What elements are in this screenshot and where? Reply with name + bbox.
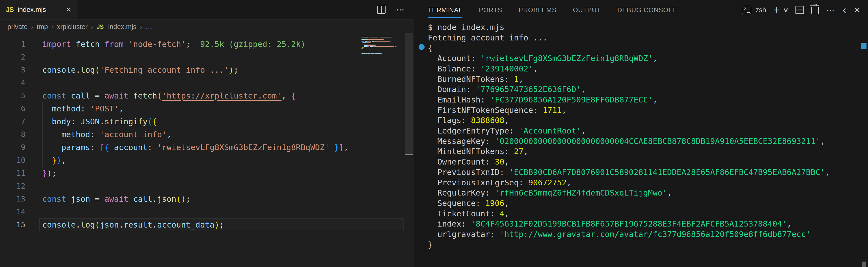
- code-line[interactable]: 5const call = await fetch('https://xrplc…: [0, 89, 404, 102]
- line-number: 4: [0, 76, 25, 89]
- panel-tabs: TERMINALPORTSPROBLEMSOUTPUTDEBUG CONSOLE: [428, 0, 677, 20]
- new-terminal-icon[interactable]: +: [774, 5, 780, 15]
- panel-toolbar: zsh + ∨ ⋯ ‹ ✕: [742, 0, 861, 20]
- code-line[interactable]: 8 method: 'account_info',: [0, 128, 404, 141]
- terminal-line: FirstNFTokenSequence: 1711,: [428, 105, 567, 115]
- terminal-line: EmailHash: 'FC377D96856A120F509E8FF6DB87…: [428, 95, 658, 105]
- code-line[interactable]: 3console.log('Fetching account info ...'…: [0, 64, 404, 76]
- editor-more-actions-icon[interactable]: ⋯: [396, 8, 405, 11]
- panel-more-actions-icon[interactable]: ⋯: [826, 5, 835, 15]
- command-decoration-dot[interactable]: [418, 44, 425, 50]
- shell-name-label[interactable]: zsh: [756, 6, 766, 14]
- tab-close-icon[interactable]: ✕: [66, 6, 71, 14]
- terminal-panel: TERMINALPORTSPROBLEMSOUTPUTDEBUG CONSOLE…: [414, 0, 868, 267]
- code-line[interactable]: 7 body: JSON.stringify({: [0, 115, 404, 128]
- terminal-line: RegularKey: 'rfHn6cB5mmqZ6fHZ4fdemCDSxqL…: [428, 188, 672, 198]
- breadcrumb-separator-icon: ›: [91, 23, 93, 31]
- line-number: 6: [0, 102, 25, 115]
- line-number: 13: [0, 193, 25, 205]
- terminal-line: $ node index.mjs: [428, 22, 504, 33]
- code-line[interactable]: 4: [0, 76, 404, 89]
- code-line[interactable]: 15console.log(json.result.account_data);: [0, 219, 404, 231]
- terminal-scrollbar-command-marker: [861, 43, 867, 49]
- breadcrumb-item[interactable]: xrplcluster: [57, 23, 88, 31]
- editor-scrollbar-thumb[interactable]: [405, 33, 413, 154]
- code-line-text: const json = await call.json();: [42, 193, 190, 205]
- terminal-line: MintedNFTokens: 27,: [428, 146, 528, 157]
- split-editor-icon[interactable]: [377, 6, 385, 14]
- code-line-text: console.log('Fetching account info ...')…: [42, 64, 239, 76]
- terminal-line: Account: 'rwietsevLFg8XSmG3bEZzFein1g8RB…: [428, 53, 658, 64]
- code-editor[interactable]: 1import fetch from 'node-fetch'; 92.5k (…: [0, 34, 414, 267]
- line-number: 10: [0, 154, 25, 167]
- breadcrumb-js-icon: JS: [97, 24, 103, 30]
- minimap-line: [362, 48, 363, 49]
- line-number: 14: [0, 205, 25, 219]
- line-number: 7: [0, 115, 25, 128]
- line-number: 8: [0, 128, 25, 141]
- terminal-line: MessageKey: '020000000000000000000000004…: [428, 136, 825, 146]
- terminal-line: Flags: 8388608,: [428, 115, 509, 126]
- panel-tab-ports[interactable]: PORTS: [479, 0, 502, 20]
- code-line[interactable]: 12: [0, 180, 404, 193]
- code-line-text: console.log(json.result.account_data);: [42, 219, 224, 231]
- minimap-line: [362, 45, 376, 46]
- minimap-line: [362, 42, 371, 43]
- terminal-output[interactable]: $ node index.mjsFetching account info ..…: [414, 20, 868, 267]
- code-line-text: import fetch from 'node-fetch'; 92.5k (g…: [42, 38, 306, 51]
- breadcrumb-item[interactable]: private: [7, 23, 28, 31]
- line-number: 3: [0, 64, 25, 76]
- minimap-line: [362, 39, 384, 40]
- breadcrumb-separator-icon: ›: [31, 23, 33, 31]
- terminal-line: index: '8C4F456312F02D5199BCB1FB8F657BF1…: [428, 219, 792, 229]
- code-line-text: });: [42, 167, 57, 180]
- terminal-scrollbar-thumb[interactable]: [862, 262, 866, 267]
- minimap-line: [362, 41, 391, 42]
- tab-label: index.mjs: [18, 6, 46, 14]
- minimap[interactable]: [362, 37, 404, 59]
- panel-tab-debug-console[interactable]: DEBUG CONSOLE: [617, 0, 677, 20]
- breadcrumb-item[interactable]: index.mjs: [108, 23, 136, 31]
- terminal-line: }: [428, 239, 433, 250]
- panel-chevron-icon[interactable]: ‹: [843, 6, 846, 14]
- breadcrumb[interactable]: private›tmp›xrplcluster›JSindex.mjs›…: [7, 20, 152, 34]
- terminal-line: {: [428, 43, 433, 53]
- panel-header: TERMINALPORTSPROBLEMSOUTPUTDEBUG CONSOLE…: [414, 0, 868, 20]
- terminal-line: LedgerEntryType: 'AccountRoot',: [428, 126, 586, 136]
- kill-terminal-trash-icon[interactable]: [811, 7, 819, 14]
- code-line-text: method: 'account_info',: [42, 128, 172, 141]
- minimap-line: [362, 37, 392, 37]
- code-line[interactable]: 2: [0, 51, 404, 64]
- code-line[interactable]: 11});: [0, 167, 404, 180]
- editor-toolbar: ⋯: [377, 0, 405, 19]
- minimap-line: [362, 46, 397, 47]
- terminal-line: Domain: '7769657473652E636F6D',: [428, 84, 586, 95]
- line-number: 15: [0, 219, 25, 231]
- panel-tab-output[interactable]: OUTPUT: [573, 0, 601, 20]
- panel-tab-problems[interactable]: PROBLEMS: [519, 0, 557, 20]
- tab-index-mjs[interactable]: JS index.mjs ✕: [0, 0, 78, 19]
- terminal-line: BurnedNFTokens: 1,: [428, 74, 523, 85]
- line-number: 9: [0, 141, 25, 154]
- minimap-line: [362, 53, 382, 54]
- close-panel-icon[interactable]: ✕: [854, 5, 861, 15]
- breadcrumb-item[interactable]: tmp: [37, 23, 48, 31]
- editor-group: JS index.mjs ✕ ⋯ private›tmp›xrplcluster…: [0, 0, 414, 267]
- minimap-line: [362, 44, 375, 44]
- code-line[interactable]: 13const json = await call.json();: [0, 193, 404, 205]
- panel-tab-terminal[interactable]: TERMINAL: [428, 0, 462, 20]
- split-terminal-icon[interactable]: [796, 6, 804, 14]
- code-line[interactable]: 6 method: 'POST',: [0, 102, 404, 115]
- line-number: 11: [0, 167, 25, 180]
- terminal-line: Balance: '239140002',: [428, 64, 538, 74]
- terminal-profile-chevron-down-icon[interactable]: ∨: [783, 7, 789, 13]
- code-line[interactable]: 1import fetch from 'node-fetch'; 92.5k (…: [0, 38, 404, 51]
- line-number: 1: [0, 38, 25, 51]
- code-line[interactable]: 10 }),: [0, 154, 404, 167]
- code-line-text: body: JSON.stringify({: [42, 115, 157, 128]
- code-line[interactable]: 9 params: [{ account: 'rwietsevLFg8XSmG3…: [0, 141, 404, 154]
- terminal-line: PreviousTxnID: 'ECBB90CD6AF7D8076901C589…: [428, 167, 830, 177]
- code-line[interactable]: 14: [0, 205, 404, 219]
- terminal-line: PreviousTxnLgrSeq: 90672752,: [428, 177, 571, 188]
- breadcrumb-item[interactable]: …: [146, 23, 152, 31]
